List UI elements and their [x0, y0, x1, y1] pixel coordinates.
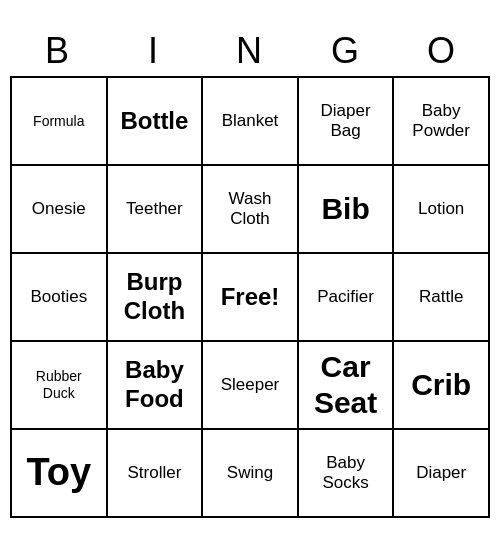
- grid-cell: Booties: [12, 254, 108, 342]
- grid-cell: Onesie: [12, 166, 108, 254]
- cell-label: Stroller: [127, 463, 181, 483]
- grid-row: OnesieTeetherWashClothBibLotion: [12, 166, 490, 254]
- cell-label: CarSeat: [314, 349, 377, 421]
- header-letter: N: [202, 26, 298, 76]
- grid-cell: Toy: [12, 430, 108, 518]
- grid-cell: Pacifier: [299, 254, 395, 342]
- cell-label: RubberDuck: [36, 368, 82, 402]
- cell-label: Free!: [221, 283, 280, 312]
- grid-cell: Swing: [203, 430, 299, 518]
- bingo-header: BINGO: [10, 26, 490, 76]
- grid-cell: RubberDuck: [12, 342, 108, 430]
- cell-label: Bib: [321, 191, 369, 227]
- grid-cell: Free!: [203, 254, 299, 342]
- grid-cell: Blanket: [203, 78, 299, 166]
- cell-label: BabyPowder: [412, 101, 470, 142]
- cell-label: Booties: [30, 287, 87, 307]
- grid-cell: Bib: [299, 166, 395, 254]
- grid-cell: Sleeper: [203, 342, 299, 430]
- grid-row: BootiesBurpClothFree!PacifierRattle: [12, 254, 490, 342]
- cell-label: Blanket: [222, 111, 279, 131]
- cell-label: Onesie: [32, 199, 86, 219]
- cell-label: Formula: [33, 113, 84, 130]
- grid-row: RubberDuckBabyFoodSleeperCarSeatCrib: [12, 342, 490, 430]
- grid-cell: CarSeat: [299, 342, 395, 430]
- cell-label: Lotion: [418, 199, 464, 219]
- cell-label: Rattle: [419, 287, 463, 307]
- grid-cell: Teether: [108, 166, 204, 254]
- cell-label: Crib: [411, 367, 471, 403]
- grid-cell: Stroller: [108, 430, 204, 518]
- grid-cell: Bottle: [108, 78, 204, 166]
- grid-cell: BabyFood: [108, 342, 204, 430]
- bingo-grid: FormulaBottleBlanketDiaperBagBabyPowderO…: [10, 76, 490, 518]
- grid-cell: BurpCloth: [108, 254, 204, 342]
- bingo-card: BINGO FormulaBottleBlanketDiaperBagBabyP…: [10, 26, 490, 518]
- cell-label: BurpCloth: [124, 268, 185, 326]
- cell-label: Swing: [227, 463, 273, 483]
- header-letter: I: [106, 26, 202, 76]
- cell-label: BabySocks: [322, 453, 368, 494]
- grid-row: FormulaBottleBlanketDiaperBagBabyPowder: [12, 78, 490, 166]
- grid-cell: BabyPowder: [394, 78, 490, 166]
- grid-cell: Formula: [12, 78, 108, 166]
- header-letter: G: [298, 26, 394, 76]
- header-letter: B: [10, 26, 106, 76]
- grid-row: ToyStrollerSwingBabySocksDiaper: [12, 430, 490, 518]
- grid-cell: BabySocks: [299, 430, 395, 518]
- grid-cell: Diaper: [394, 430, 490, 518]
- grid-cell: DiaperBag: [299, 78, 395, 166]
- cell-label: BabyFood: [125, 356, 184, 414]
- cell-label: Toy: [26, 450, 91, 496]
- cell-label: Sleeper: [221, 375, 280, 395]
- cell-label: Bottle: [120, 107, 188, 136]
- grid-cell: Rattle: [394, 254, 490, 342]
- grid-cell: WashCloth: [203, 166, 299, 254]
- grid-cell: Lotion: [394, 166, 490, 254]
- header-letter: O: [394, 26, 490, 76]
- cell-label: Diaper: [416, 463, 466, 483]
- cell-label: Teether: [126, 199, 183, 219]
- cell-label: WashCloth: [229, 189, 272, 230]
- cell-label: DiaperBag: [321, 101, 371, 142]
- cell-label: Pacifier: [317, 287, 374, 307]
- grid-cell: Crib: [394, 342, 490, 430]
